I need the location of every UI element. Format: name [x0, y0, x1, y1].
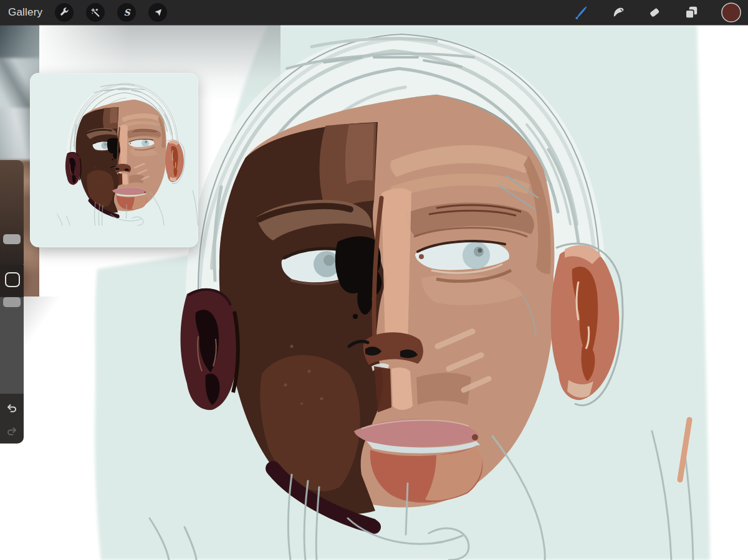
eraser-icon	[647, 5, 662, 20]
left-sidebar	[0, 160, 24, 444]
redo-icon[interactable]	[6, 425, 18, 437]
smudge-finger-icon	[611, 5, 626, 20]
svg-text:S: S	[124, 7, 132, 17]
modify-button[interactable]	[5, 272, 20, 287]
undo-icon[interactable]	[6, 402, 18, 414]
layers-icon	[683, 4, 699, 21]
magic-wand-icon	[90, 7, 101, 18]
size-slider-handle[interactable]	[3, 234, 21, 244]
top-toolbar: Gallery S	[0, 0, 748, 25]
actions-button[interactable]	[55, 3, 74, 22]
selection-button[interactable]: S	[117, 3, 136, 22]
gallery-button[interactable]: Gallery	[8, 6, 42, 19]
transform-arrow-icon	[153, 7, 163, 18]
brush-size-slider[interactable]	[0, 160, 24, 265]
transform-button[interactable]	[148, 3, 167, 22]
opacity-slider-handle[interactable]	[3, 297, 21, 307]
brush-stroke-icon	[572, 4, 590, 21]
color-swatch	[721, 2, 742, 23]
reference-panel[interactable]	[30, 73, 198, 247]
layers-button[interactable]	[683, 4, 699, 21]
color-swatch-button[interactable]	[721, 2, 742, 23]
brush-opacity-slider[interactable]	[0, 297, 24, 394]
selection-s-icon: S	[121, 7, 132, 18]
smudge-tool-button[interactable]	[611, 5, 626, 20]
eraser-tool-button[interactable]	[647, 5, 662, 20]
procreate-screen: Gallery S	[0, 0, 748, 560]
adjustments-button[interactable]	[86, 3, 105, 22]
reference-thumbnail	[30, 73, 198, 247]
wrench-icon	[59, 7, 70, 18]
paint-tool-button[interactable]	[572, 4, 590, 21]
